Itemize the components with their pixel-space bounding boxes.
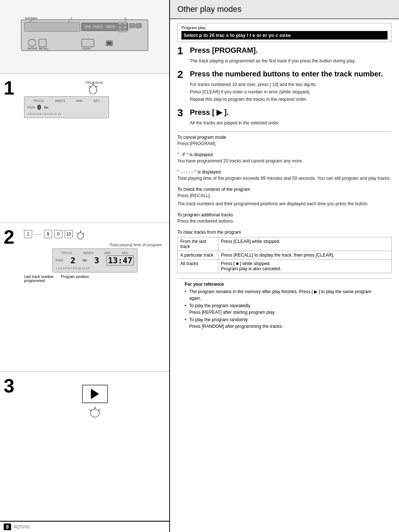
svg-text:REPEAT: REPEAT — [28, 47, 37, 50]
step2-right: 2 Press the numbered buttons to enter th… — [177, 69, 392, 103]
note-cancel-text: Press [PROGRAM]. — [177, 140, 392, 147]
bottom-labels: Last track numberprogrammed Program posi… — [24, 275, 166, 283]
svg-text:RANDOM: RANDOM — [25, 17, 37, 20]
track-label: TRACK — [33, 99, 44, 103]
step1-display: TRACK INDEX MIN SEC PGM 0 No 1 2 3 4 5 6… — [24, 96, 109, 118]
hand-icon3 — [82, 405, 108, 420]
note-check: To check the contents of the program Pre… — [177, 187, 392, 207]
index-label: INDEX — [55, 99, 65, 103]
svg-rect-10 — [108, 42, 111, 45]
track-label2: TRACK — [61, 251, 72, 255]
sec-label2: SEC — [122, 251, 129, 255]
pos-digit: 3 — [94, 256, 99, 265]
svg-point-32 — [78, 233, 83, 239]
min-label2: MIN — [105, 251, 111, 255]
svg-rect-14 — [123, 26, 126, 28]
svg-rect-5 — [136, 24, 141, 28]
svg-point-36 — [91, 409, 99, 417]
step2-buttons: 1 ···· 9 0 10 — [24, 229, 166, 240]
svg-rect-7 — [39, 39, 46, 47]
clear-row2-col2: Press [RECALL] to display the track, the… — [218, 251, 392, 260]
svg-rect-15 — [119, 30, 122, 32]
hand-svg2 — [75, 229, 86, 240]
instructions: 1 Press [PROGRAM]. The track playing is … — [170, 46, 399, 532]
step2-left: 2 1 ···· 9 0 10 Total playing time of pr… — [0, 223, 169, 372]
divider2 — [177, 278, 392, 279]
model-number: RQT5701 — [14, 525, 30, 529]
svg-point-6 — [28, 39, 36, 47]
track-numbers1: 1 2 3 4 5 6 7 8 9 10 11 12 — [27, 112, 61, 116]
svg-rect-1 — [24, 22, 80, 31]
svg-rect-4 — [129, 24, 135, 28]
page-footer: 8 RQT5701 — [0, 521, 169, 532]
note-cancel-heading: To cancel program mode — [177, 135, 392, 140]
step1-right: 1 Press [PROGRAM]. The track playing is … — [177, 46, 392, 64]
note-clear-heading: To clear tracks from the program — [177, 230, 392, 235]
play-button-box — [82, 385, 108, 403]
note-dashes-heading: " --:-- " is displayed — [177, 169, 392, 175]
note-f-text: You have programmed 20 tracks and cannot… — [177, 158, 392, 164]
step1-title: Press [PROGRAM]. — [190, 46, 258, 55]
step3-diagram — [24, 385, 166, 420]
step1-left: 1 PROGRAM TRACK INDEX MIN SEC — [0, 74, 169, 223]
svg-text:3: 3 — [125, 17, 126, 20]
note-dashes-text: Total playing time of the program exceed… — [177, 175, 392, 182]
track-numbers2: 1 2 3 4 5 6 7 8 9 10 11 12 — [56, 267, 89, 270]
step2-desc-1: For tracks numbered 10 and over, press [… — [190, 81, 392, 88]
svg-rect-13 — [119, 26, 122, 28]
program-position-label: Program position — [61, 275, 89, 283]
step3-left: 3 — [0, 372, 169, 521]
note-f-heading: " -F " is displayed — [177, 152, 392, 157]
table-row: A particular track Press [RECALL] to dis… — [178, 251, 392, 260]
reference-list: The program remains in the memory after … — [185, 288, 384, 330]
step1-number: 1 — [4, 78, 14, 97]
clear-row3-col1: All tracks — [178, 260, 218, 273]
track-digit: 2 — [71, 256, 75, 265]
svg-rect-12 — [123, 22, 126, 25]
btn-0: 0 — [54, 230, 62, 238]
svg-text:CLEAR: CLEAR — [82, 47, 90, 50]
note-f-display: " -F " is displayed You have programmed … — [177, 152, 392, 164]
playing-time-label: Total playing time of program — [24, 243, 162, 247]
table-row: From the last track Press [CLEAR] while … — [178, 237, 392, 251]
reference-box: For your reference The program remains i… — [185, 282, 384, 330]
svg-text:PROGRAM: PROGRAM — [86, 81, 103, 85]
index-label2: INDEX — [83, 251, 94, 255]
note-cancel: To cancel program mode Press [PROGRAM]. — [177, 135, 392, 147]
pgm-label2: PGM — [56, 258, 64, 262]
left-panel: PGM TRACK INDEX RANDOM 1 2 3 — [0, 0, 170, 532]
btn-9: 9 — [44, 230, 52, 238]
btn-1: 1 — [24, 230, 32, 238]
svg-text:RECALL: RECALL — [39, 47, 48, 50]
clear-row2-col1: A particular track — [178, 251, 218, 260]
step2-desc-2: Press [CLEAR] if you enter a number in e… — [190, 89, 392, 95]
dots: ···· — [34, 231, 42, 237]
svg-point-28 — [89, 85, 97, 94]
clear-table: From the last track Press [CLEAR] while … — [177, 237, 392, 273]
page-title: Other play modes — [170, 0, 399, 19]
play-triangle-icon — [91, 389, 99, 399]
display-digits1: 0 — [37, 103, 42, 111]
step2-display: TRACK INDEX MIN SEC PGM 2 No 3 13:47 1 2… — [52, 248, 137, 272]
step1-num-right: 1 — [177, 46, 186, 56]
clear-row1-col2: Press [CLEAR] while stopped. — [218, 237, 392, 251]
step3-number: 3 — [4, 376, 14, 395]
svg-rect-8 — [82, 39, 94, 47]
ref-item1: The program remains in the memory after … — [185, 288, 384, 302]
pgm-label: PGM — [27, 106, 35, 109]
svg-rect-11 — [119, 22, 122, 25]
step3-title: Press [ ▶ ]. — [190, 108, 229, 117]
no-label1: No — [44, 106, 48, 109]
sec-label: SEC — [93, 99, 100, 103]
right-panel: Other play modes Program play: Select p … — [170, 0, 399, 532]
ref-item3: To play the program randomlyPress [RANDO… — [185, 316, 384, 330]
time-display: 13:47 — [106, 255, 134, 265]
step3-desc: All the tracks are played in the selecte… — [190, 120, 392, 126]
min-label: MIN — [76, 99, 82, 103]
clear-row1-col1: From the last track — [178, 237, 218, 251]
reference-title: For your reference — [185, 282, 384, 287]
step1-desc: The track playing is programmed as the f… — [190, 58, 392, 64]
page-number: 8 — [4, 524, 11, 530]
svg-text:2: 2 — [71, 17, 72, 20]
note-additional: To program additional tracks Press the n… — [177, 212, 392, 224]
